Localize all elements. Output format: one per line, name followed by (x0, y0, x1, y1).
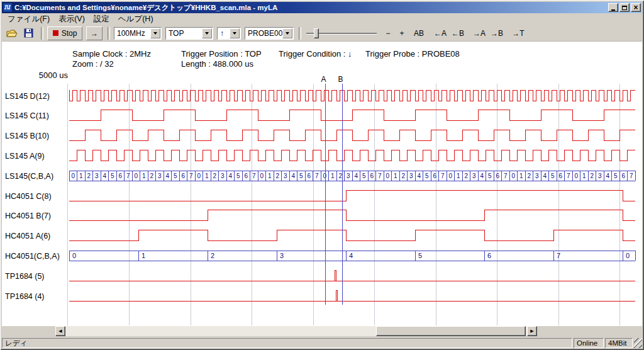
window-title: C:¥Documents and Settings¥noname¥デスクトップ¥… (14, 3, 607, 13)
zoom-in-button[interactable]: + (396, 26, 408, 40)
menu-item-file[interactable]: ファイル(F) (3, 13, 54, 26)
trigger-position-select[interactable]: TOP (165, 27, 213, 40)
zoom-slider[interactable] (306, 27, 377, 40)
scroll-thumb[interactable] (376, 326, 526, 336)
menu-bar: ファイル(F) 表示(V) 設定 ヘルプ(H) (2, 13, 642, 25)
window-frame: C:¥Documents and Settings¥noname¥デスクトップ¥… (0, 0, 644, 350)
status-memory-badge: 4MBit (605, 338, 633, 348)
goto-trigger-button[interactable]: →T (510, 26, 526, 40)
down-arrow-glyph (286, 32, 289, 35)
trigger-position-value: TOP (166, 29, 202, 38)
horizontal-scrollbar[interactable]: ◀ ▶ (55, 326, 537, 336)
goto-a-right-button[interactable]: →A (471, 26, 487, 40)
chevron-down-icon[interactable] (230, 28, 240, 38)
menu-item-settings[interactable]: 設定 (89, 13, 114, 26)
chevron-down-icon[interactable] (202, 28, 212, 38)
menu-item-view[interactable]: 表示(V) (54, 13, 89, 26)
open-button[interactable] (4, 26, 19, 40)
resize-grip[interactable] (634, 338, 642, 348)
stop-label: Stop (62, 29, 77, 38)
status-ready-text: レディ (2, 338, 572, 348)
sample-clock-value: 100MHz (114, 29, 150, 38)
scroll-left-icon: ◀ (58, 329, 62, 334)
toolbar: Stop → 100MHz TOP ↑ PROBE00 − + AB (2, 25, 642, 42)
trigger-probe-select[interactable]: PROBE00 (245, 27, 294, 40)
save-button[interactable] (21, 26, 36, 40)
info-trigger-probe: Trigger Probe : PROBE08 (365, 49, 460, 59)
maximize-button[interactable] (619, 3, 630, 12)
menu-item-help[interactable]: ヘルプ(H) (114, 13, 158, 26)
scroll-right-icon: ▶ (530, 329, 533, 334)
ab-button[interactable]: AB (411, 26, 427, 40)
down-arrow-glyph (153, 32, 157, 35)
info-trigger-condition: Trigger Condition : ↓ (279, 49, 352, 59)
floppy-disk-icon (24, 28, 33, 38)
stop-icon (53, 30, 58, 36)
toolbar-separator (41, 27, 43, 40)
toolbar-separator (299, 27, 301, 40)
maximize-icon (622, 6, 627, 10)
goto-b-right-button[interactable]: →B (489, 26, 505, 40)
title-bar[interactable]: C:¥Documents and Settings¥noname¥デスクトップ¥… (2, 2, 642, 13)
open-folder-icon (6, 29, 18, 38)
zoom-out-button[interactable]: − (382, 26, 394, 40)
scroll-left-button[interactable]: ◀ (55, 326, 65, 336)
trigger-edge-select[interactable]: ↑ (217, 27, 241, 40)
stop-button[interactable]: Stop (47, 26, 82, 40)
status-bar: レディ Online 4MBit (2, 338, 642, 348)
goto-b-left-button[interactable]: ←B (450, 26, 466, 40)
chevron-down-icon[interactable] (282, 28, 292, 38)
trigger-edge-value: ↑ (218, 29, 230, 38)
close-icon: × (633, 4, 638, 11)
waveform-client-area: Sample Clock : 2MHz Trigger Position : T… (2, 42, 642, 326)
zoom-slider-thumb[interactable] (314, 28, 319, 38)
run-arrow-icon: → (91, 29, 98, 38)
info-sample-clock: Sample Clock : 2MHz (72, 49, 151, 59)
run-button[interactable]: → (86, 26, 103, 40)
trigger-probe-value: PROBE00 (245, 29, 282, 38)
down-arrow-glyph (233, 32, 236, 35)
minimize-icon (611, 9, 615, 11)
toolbar-separator (108, 27, 110, 40)
close-button[interactable]: × (631, 3, 641, 12)
chevron-down-icon[interactable] (150, 28, 160, 38)
info-trigger-position: Trigger Position : TOP (181, 49, 262, 59)
status-online-badge: Online (574, 338, 604, 348)
scroll-right-button[interactable]: ▶ (527, 326, 537, 336)
sample-clock-select[interactable]: 100MHz (114, 27, 162, 40)
info-length: Length : 488.000 us (181, 59, 253, 69)
app-icon (3, 3, 12, 12)
down-arrow-glyph (205, 32, 209, 35)
minimize-button[interactable] (608, 3, 618, 12)
scrollbar-row: ◀ ▶ (2, 326, 642, 336)
timebase-label: 5000 us (27, 71, 68, 80)
info-zoom: Zoom : / 32 (72, 59, 114, 69)
goto-a-left-button[interactable]: ←A (432, 26, 448, 40)
